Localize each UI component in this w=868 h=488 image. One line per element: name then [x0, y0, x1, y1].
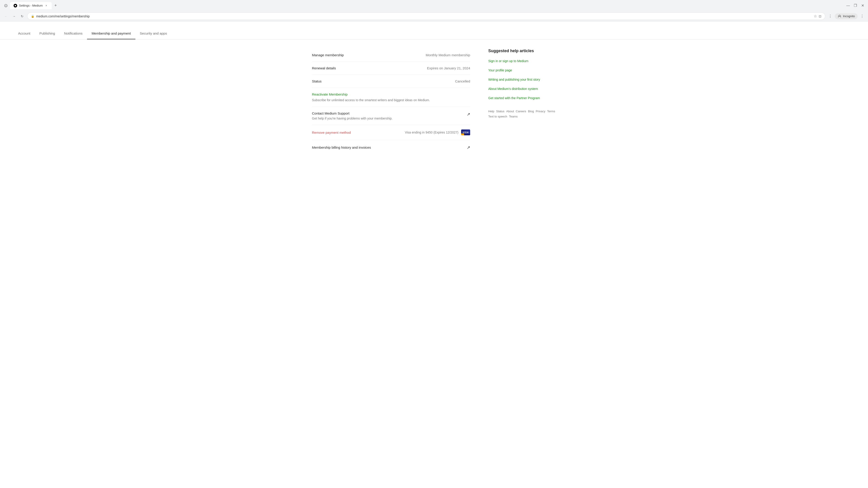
reactivate-subtitle: Subscribe for unlimited access to the sm…	[312, 98, 430, 102]
footer-text-to-speech[interactable]: Text to speech	[488, 115, 507, 118]
footer-privacy[interactable]: Privacy	[536, 109, 546, 113]
remove-payment-link[interactable]: Remove payment method	[312, 131, 357, 134]
footer-help[interactable]: Help	[488, 109, 494, 113]
sidebar: Suggested help articles Sign in or sign …	[488, 48, 556, 155]
extensions-button[interactable]: ⋮	[827, 13, 833, 20]
active-tab[interactable]: Settings - Medium ×	[10, 2, 52, 9]
payment-row: Remove payment method Visa ending in 945…	[312, 125, 470, 140]
tab-membership[interactable]: Membership and payment	[87, 28, 135, 39]
sidebar-link-partner[interactable]: Get started with the Partner Program	[488, 96, 556, 101]
tab-account[interactable]: Account	[13, 28, 35, 39]
browser-toolbar: ← → ↻ 🔒 medium.com/me/settings/membershi…	[0, 11, 868, 21]
main-container: Manage membership Monthly Medium members…	[298, 39, 569, 164]
footer-teams[interactable]: Teams	[509, 115, 518, 118]
tab-publishing[interactable]: Publishing	[35, 28, 59, 39]
footer-careers[interactable]: Careers	[516, 109, 526, 113]
status-value: Cancelled	[455, 79, 470, 83]
reload-button[interactable]: ↻	[19, 13, 25, 20]
visa-stripe	[461, 133, 470, 135]
contact-support-subtitle: Get help if you're having problems with …	[312, 117, 463, 120]
tab-notifications[interactable]: Notifications	[59, 28, 87, 39]
incognito-button[interactable]: Incognito	[835, 13, 858, 19]
billing-history-title: Membership billing history and invoices	[312, 145, 371, 149]
address-bar[interactable]: 🔒 medium.com/me/settings/membership ☆ ⊡	[27, 12, 825, 20]
billing-history-row: Membership billing history and invoices …	[312, 140, 470, 155]
svg-point-1	[839, 15, 840, 16]
payment-info: Visa ending in 9450 (Expires 12/2027) VI…	[405, 129, 470, 135]
settings-nav: Account Publishing Notifications Members…	[0, 22, 868, 39]
settings-content: Manage membership Monthly Medium members…	[312, 48, 470, 155]
footer-status[interactable]: Status	[496, 109, 504, 113]
menu-button[interactable]: ⋮	[859, 13, 865, 20]
svg-point-0	[4, 4, 7, 7]
status-label: Status	[312, 79, 357, 83]
manage-membership-value: Monthly Medium membership	[426, 53, 470, 57]
status-row: Status Cancelled	[312, 75, 470, 88]
window-close-button[interactable]: ✕	[860, 3, 865, 8]
bookmark-icon[interactable]: ☆	[814, 14, 817, 18]
renewal-value: Expires on January 21, 2024	[427, 66, 470, 70]
renewal-details-row: Renewal details Expires on January 21, 2…	[312, 62, 470, 75]
footer-blog[interactable]: Blog	[528, 109, 534, 113]
back-button[interactable]: ←	[3, 13, 9, 20]
contact-support-external-icon[interactable]: ↗	[467, 112, 470, 117]
sidebar-link-writing[interactable]: Writing and publishing your first story	[488, 77, 556, 82]
visa-card: VISA	[461, 129, 470, 135]
toolbar-right: ⋮ Incognito ⋮	[827, 13, 865, 20]
sidebar-link-profile[interactable]: Your profile page	[488, 68, 556, 73]
renewal-label: Renewal details	[312, 66, 357, 70]
contact-support-title: Contact Medium Support	[312, 111, 463, 115]
footer-about[interactable]: About	[506, 109, 514, 113]
manage-membership-label: Manage membership	[312, 53, 357, 57]
incognito-label: Incognito	[843, 14, 855, 18]
tab-favicon	[13, 4, 17, 7]
tab-group-button[interactable]	[3, 2, 9, 9]
tab-title: Settings - Medium	[19, 4, 43, 7]
footer: Help Status About Careers Blog Privacy T…	[488, 105, 556, 123]
address-url: medium.com/me/settings/membership	[36, 14, 812, 18]
contact-support-row: Contact Medium Support Get help if you'r…	[312, 107, 470, 125]
sidebar-title: Suggested help articles	[488, 48, 556, 53]
billing-external-icon[interactable]: ↗	[467, 145, 470, 150]
payment-info-text: Visa ending in 9450 (Expires 12/2027)	[405, 131, 458, 134]
address-lock-icon: 🔒	[31, 15, 34, 18]
minimize-button[interactable]: —	[845, 3, 851, 8]
sidebar-link-sign-in[interactable]: Sign in or sign up to Medium	[488, 59, 556, 64]
maximize-button[interactable]: ❐	[852, 3, 858, 8]
tab-security[interactable]: Security and apps	[135, 28, 172, 39]
footer-terms[interactable]: Terms	[547, 109, 555, 113]
incognito-icon	[837, 14, 842, 18]
tab-close-button[interactable]: ×	[44, 4, 48, 7]
visa-label: VISA	[463, 131, 469, 134]
new-tab-button[interactable]: +	[53, 1, 59, 10]
sidebar-link-distribution[interactable]: About Medium's distribution system	[488, 87, 556, 91]
manage-membership-row: Manage membership Monthly Medium members…	[312, 48, 470, 62]
forward-button[interactable]: →	[11, 13, 17, 20]
reactivate-section: Reactivate Membership Subscribe for unli…	[312, 88, 470, 107]
contact-support-content: Contact Medium Support Get help if you'r…	[312, 111, 463, 120]
window-controls: — ❐ ✕	[845, 3, 865, 8]
sidebar-toggle-icon[interactable]: ⊡	[819, 14, 822, 18]
reactivate-link[interactable]: Reactivate Membership	[312, 92, 470, 96]
